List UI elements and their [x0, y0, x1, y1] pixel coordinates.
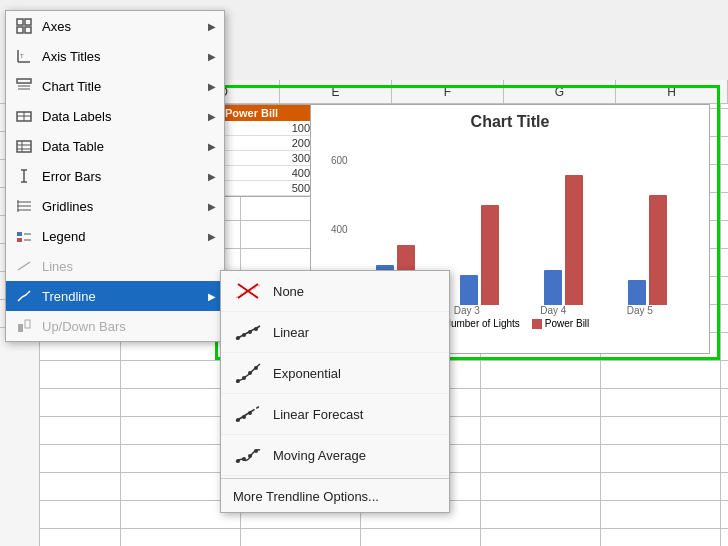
menu-item-chart-title[interactable]: Chart Title ▶: [6, 71, 224, 101]
svg-point-49: [248, 454, 252, 458]
col-header-e: E: [280, 80, 392, 104]
axis-titles-icon: T: [14, 46, 34, 66]
svg-text:T: T: [20, 53, 24, 59]
updown-bars-label: Up/Down Bars: [42, 319, 216, 334]
menu-item-axes[interactable]: Axes ▶: [6, 11, 224, 41]
bar-orange-4: [649, 195, 667, 305]
data-table-icon: [14, 136, 34, 156]
menu-item-updown-bars: Up/Down Bars: [6, 311, 224, 341]
submenu-none[interactable]: None: [221, 271, 449, 312]
menu-item-trendline[interactable]: Trendline ▶: [6, 281, 224, 311]
dt-cell-3: 300: [221, 151, 314, 166]
chart-title-icon: [14, 76, 34, 96]
legend-label-bill: Power Bill: [545, 318, 589, 329]
more-trendline-options[interactable]: More Trendline Options...: [221, 481, 449, 512]
gridlines-icon: [14, 196, 34, 216]
y-label-2: 400: [331, 224, 348, 235]
svg-point-38: [236, 379, 240, 383]
svg-point-34: [236, 336, 240, 340]
gridlines-arrow: ▶: [208, 201, 216, 212]
menu-item-legend[interactable]: Legend ▶: [6, 221, 224, 251]
error-bars-label: Error Bars: [42, 169, 208, 184]
svg-point-45: [242, 415, 246, 419]
moving-average-label: Moving Average: [273, 448, 366, 463]
svg-point-46: [248, 411, 252, 415]
grid-icon: [14, 16, 34, 36]
dt-cell-5: 500: [221, 181, 314, 196]
menu-item-data-table[interactable]: Data Table ▶: [6, 131, 224, 161]
y-label-3: 600: [331, 155, 348, 166]
axis-titles-arrow: ▶: [208, 51, 216, 62]
data-table-snippet: Power Bill 100 200 300 400 500: [220, 104, 315, 197]
lines-icon: [14, 256, 34, 276]
moving-average-icon: [233, 443, 263, 467]
dt-cell-4: 400: [221, 166, 314, 181]
legend-label-lights: Number of Lights: [444, 318, 520, 329]
svg-point-47: [236, 459, 240, 463]
menu-item-gridlines[interactable]: Gridlines ▶: [6, 191, 224, 221]
menu-item-data-labels[interactable]: Data Labels ▶: [6, 101, 224, 131]
bar-group-2: [438, 205, 522, 305]
x-label-day4: Day 4: [510, 305, 597, 316]
legend-dot-orange: [532, 319, 542, 329]
axis-titles-label: Axis Titles: [42, 49, 208, 64]
svg-point-50: [254, 449, 258, 453]
svg-rect-2: [17, 27, 23, 33]
svg-rect-30: [25, 320, 30, 328]
updown-icon: [14, 316, 34, 336]
submenu-exponential[interactable]: Exponential: [221, 353, 449, 394]
linear-label: Linear: [273, 325, 309, 340]
data-table-arrow: ▶: [208, 141, 216, 152]
chart-title-label: Chart Title: [42, 79, 208, 94]
svg-rect-7: [17, 79, 31, 83]
svg-point-41: [254, 366, 258, 370]
data-table-label: Data Table: [42, 139, 208, 154]
none-label: None: [273, 284, 304, 299]
submenu-linear-forecast[interactable]: Linear Forecast: [221, 394, 449, 435]
svg-rect-13: [17, 141, 31, 152]
none-icon: [233, 279, 263, 303]
svg-rect-24: [17, 232, 22, 236]
svg-point-40: [248, 371, 252, 375]
svg-line-43: [252, 406, 260, 411]
trendline-submenu: None Linear Exponential: [220, 270, 450, 513]
linear-icon: [233, 320, 263, 344]
legend-icon: [14, 226, 34, 246]
bar-blue-2: [460, 275, 478, 305]
data-table-header: Power Bill: [221, 105, 314, 121]
bar-orange-3: [565, 175, 583, 305]
bar-group-4: [605, 195, 689, 305]
col-header-f: F: [392, 80, 504, 104]
context-menu: Axes ▶ T Axis Titles ▶ Chart Title ▶ Dat…: [5, 10, 225, 342]
submenu-linear[interactable]: Linear: [221, 312, 449, 353]
submenu-moving-average[interactable]: Moving Average: [221, 435, 449, 476]
chart-title-arrow: ▶: [208, 81, 216, 92]
x-label-day5: Day 5: [597, 305, 684, 316]
trendline-arrow: ▶: [208, 291, 216, 302]
exponential-icon: [233, 361, 263, 385]
legend-bill: Power Bill: [532, 318, 589, 329]
svg-rect-0: [17, 19, 23, 25]
col-header-h: H: [616, 80, 728, 104]
menu-item-axis-titles[interactable]: T Axis Titles ▶: [6, 41, 224, 71]
col-header-g: G: [504, 80, 616, 104]
data-labels-label: Data Labels: [42, 109, 208, 124]
bar-blue-4: [628, 280, 646, 305]
svg-rect-29: [18, 324, 23, 332]
legend-arrow: ▶: [208, 231, 216, 242]
bar-orange-2: [481, 205, 499, 305]
exponential-label: Exponential: [273, 366, 341, 381]
gridlines-label: Gridlines: [42, 199, 208, 214]
svg-point-35: [242, 333, 246, 337]
bar-blue-3: [544, 270, 562, 305]
chart-title: Chart Title: [311, 105, 709, 135]
menu-item-lines: Lines: [6, 251, 224, 281]
dt-cell-1: 100: [221, 121, 314, 136]
svg-rect-26: [17, 238, 22, 242]
svg-rect-3: [25, 27, 31, 33]
svg-point-36: [248, 330, 252, 334]
svg-point-39: [242, 376, 246, 380]
menu-item-error-bars[interactable]: Error Bars ▶: [6, 161, 224, 191]
axes-arrow: ▶: [208, 21, 216, 32]
bar-group-3: [521, 175, 605, 305]
